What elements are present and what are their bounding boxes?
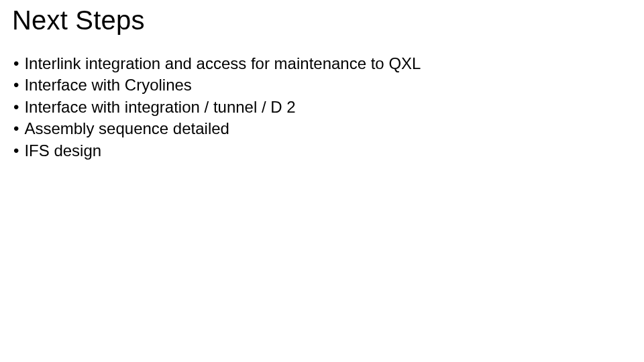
list-item: Interface with integration / tunnel / D …: [13, 97, 632, 118]
list-item: Assembly sequence detailed: [13, 118, 632, 139]
bullet-list: Interlink integration and access for mai…: [12, 53, 632, 162]
list-item: Interface with Cryolines: [13, 74, 632, 96]
bullet-text: IFS design: [24, 140, 101, 162]
list-item: IFS design: [13, 140, 632, 162]
bullet-text: Interface with integration / tunnel / D …: [24, 97, 295, 118]
list-item: Interlink integration and access for mai…: [13, 53, 632, 74]
bullet-text: Interface with Cryolines: [24, 74, 191, 96]
slide: Next Steps Interlink integration and acc…: [0, 0, 644, 362]
page-title: Next Steps: [12, 5, 632, 36]
bullet-text: Assembly sequence detailed: [24, 118, 229, 139]
bullet-text: Interlink integration and access for mai…: [24, 53, 421, 74]
